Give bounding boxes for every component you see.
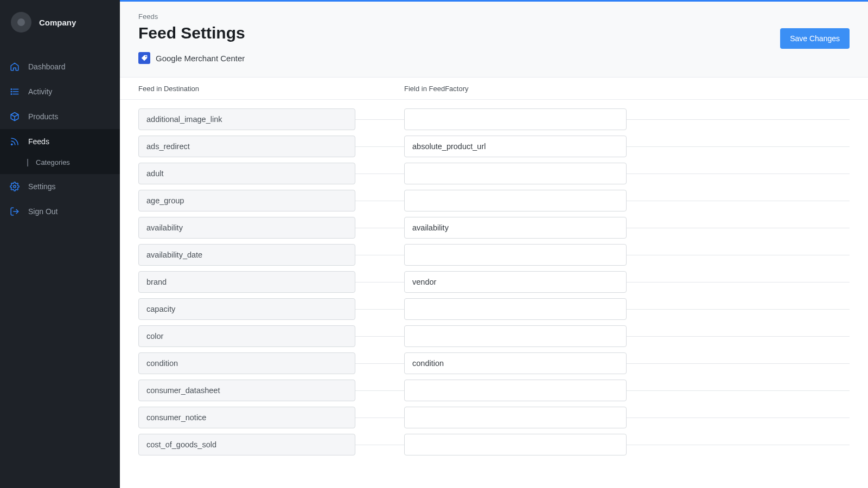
sidebar-item-products[interactable]: Products	[0, 104, 120, 129]
sidebar-subitem-categories[interactable]: Categories	[0, 154, 120, 174]
brand-name: Company	[39, 18, 76, 27]
sidebar-item-dashboard[interactable]: Dashboard	[0, 54, 120, 79]
avatar-placeholder-icon	[17, 18, 25, 26]
sidebar: Company Dashboard Activity Products	[0, 0, 120, 488]
box-icon	[10, 112, 20, 121]
mapping-row: availability_date	[138, 244, 850, 266]
mapping-row: ads_redirectabsolute_product_url	[138, 136, 850, 157]
column-header-source: Field in FeedFactory	[404, 85, 469, 93]
source-field-select[interactable]	[404, 434, 627, 455]
destination-field: availability_date	[138, 244, 355, 266]
destination-field: consumer_datasheet	[138, 380, 355, 401]
source-field-select[interactable]	[404, 108, 627, 130]
page-title: Feed Settings	[138, 24, 245, 42]
sidebar-item-signout[interactable]: Sign Out	[0, 199, 120, 224]
main: Feeds Feed Settings Google Merchant Cent…	[120, 0, 868, 488]
breadcrumb[interactable]: Feeds	[138, 12, 245, 21]
source-field-select[interactable]	[404, 298, 627, 320]
brand: Company	[0, 0, 120, 44]
mapping-row: additional_image_link	[138, 108, 850, 130]
destination-field: additional_image_link	[138, 108, 355, 130]
mapping-row: color	[138, 325, 850, 347]
sidebar-item-label: Settings	[28, 182, 56, 191]
mapping-row: availabilityavailability	[138, 217, 850, 239]
destination-field: ads_redirect	[138, 136, 355, 157]
feed-type-label: Google Merchant Center	[156, 54, 245, 63]
sidebar-nav: Dashboard Activity Products Feeds	[0, 54, 120, 224]
source-field-select[interactable]	[404, 190, 627, 211]
sidebar-subitem-label: Categories	[36, 158, 70, 166]
home-icon	[10, 62, 20, 72]
column-header-destination: Feed in Destination	[138, 85, 199, 93]
svg-point-3	[11, 89, 12, 90]
mapping-row: cost_of_goods_sold	[138, 434, 850, 455]
signout-icon	[10, 207, 20, 216]
gear-icon	[10, 182, 20, 191]
mapping-list[interactable]: additional_image_linkads_redirectabsolut…	[120, 100, 868, 488]
sidebar-item-activity[interactable]: Activity	[0, 79, 120, 104]
source-field-select[interactable]	[404, 244, 627, 266]
destination-field: color	[138, 325, 355, 347]
destination-field: brand	[138, 271, 355, 293]
destination-field: availability	[138, 217, 355, 239]
columns-header: Feed in Destination Field in FeedFactory	[120, 78, 868, 100]
sidebar-item-label: Activity	[28, 87, 52, 96]
feed-type: Google Merchant Center	[138, 52, 245, 64]
rss-icon	[10, 137, 20, 146]
source-field-select[interactable]: vendor	[404, 271, 627, 293]
destination-field: age_group	[138, 190, 355, 211]
source-field-select[interactable]: condition	[404, 352, 627, 374]
save-button[interactable]: Save Changes	[780, 28, 850, 49]
avatar	[11, 12, 31, 33]
page-header: Feeds Feed Settings Google Merchant Cent…	[120, 2, 868, 78]
destination-field: capacity	[138, 298, 355, 320]
svg-point-7	[11, 144, 12, 145]
source-field-select[interactable]	[404, 163, 627, 184]
activity-icon	[10, 87, 20, 97]
sidebar-item-label: Feeds	[28, 137, 49, 146]
sidebar-item-settings[interactable]: Settings	[0, 174, 120, 199]
source-field-select[interactable]	[404, 407, 627, 428]
svg-point-5	[11, 94, 12, 95]
source-field-select[interactable]	[404, 380, 627, 401]
destination-field: consumer_notice	[138, 407, 355, 428]
destination-field: adult	[138, 163, 355, 184]
destination-field: cost_of_goods_sold	[138, 434, 355, 455]
svg-point-4	[11, 91, 12, 92]
source-field-select[interactable]: availability	[404, 217, 627, 239]
destination-field: condition	[138, 352, 355, 374]
mapping-row: adult	[138, 163, 850, 184]
mapping-row: consumer_datasheet	[138, 380, 850, 401]
mapping-row: age_group	[138, 190, 850, 211]
tag-icon	[138, 52, 150, 64]
sidebar-item-feeds[interactable]: Feeds	[0, 129, 120, 154]
sidebar-item-label: Products	[28, 112, 58, 121]
source-field-select[interactable]: absolute_product_url	[404, 136, 627, 157]
svg-point-8	[14, 185, 16, 188]
source-field-select[interactable]	[404, 325, 627, 347]
mapping-row: consumer_notice	[138, 407, 850, 428]
mapping-row: conditioncondition	[138, 352, 850, 374]
mapping-row: capacity	[138, 298, 850, 320]
subitem-indicator-icon	[27, 159, 28, 166]
sidebar-item-label: Sign Out	[28, 207, 58, 216]
sidebar-item-label: Dashboard	[28, 62, 66, 71]
mapping-row: brandvendor	[138, 271, 850, 293]
